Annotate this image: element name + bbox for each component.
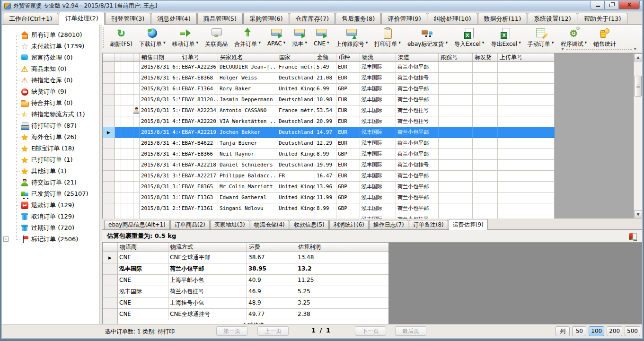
dropdown-arrow-icon[interactable]: ▼ xyxy=(283,41,286,44)
menu-tab-dispute-processing[interactable]: 纠纷处理(10) xyxy=(428,13,477,24)
freight-col-header-method[interactable]: 物流方式 xyxy=(168,243,247,252)
freight-col-header-fee[interactable]: 运费 xyxy=(247,243,296,252)
toolbar-button-download-orders[interactable]: 下载订单▼ xyxy=(136,26,169,51)
menu-tab-review-management[interactable]: 评价管理(9) xyxy=(381,13,427,24)
freight-row[interactable]: 泓丰国际荷兰小包平邮38.9513.2 xyxy=(103,263,388,275)
minimize-button[interactable] xyxy=(591,1,605,9)
freight-row[interactable]: CNE上海挂号小包48.93.25 xyxy=(103,297,388,309)
detail-tab-profit-stats[interactable]: 利润统计(6) xyxy=(329,220,369,229)
freight-row[interactable]: CNE上海平邮小包40.911.25 xyxy=(103,275,388,286)
menu-tab-listing-management[interactable]: 刊登管理(3) xyxy=(105,13,150,24)
dropdown-arrow-icon[interactable]: ▼ xyxy=(163,41,166,44)
detail-tab-logistics-warehouse[interactable]: 物流仓储(4) xyxy=(250,220,289,229)
col-header-upload[interactable]: 上传单号 xyxy=(498,53,555,62)
col-header-currency[interactable]: 币种 xyxy=(336,53,360,62)
sidebar-item-to-print[interactable]: 待打印订单 (87) xyxy=(2,120,99,131)
dropdown-arrow-icon[interactable]: ▼ xyxy=(482,41,485,44)
toolbar-button-ebay-mark-shipped[interactable]: ebay标记发货▼ xyxy=(404,26,451,51)
sidebar-item-shipped[interactable]: 已发货订单 (25107) xyxy=(2,188,99,200)
detail-tab-order-products[interactable]: 订单商品(2) xyxy=(170,220,210,229)
order-row[interactable]: ▶2015/8/31 4:46EBAY-A22219Jochen BekkerD… xyxy=(103,127,555,138)
page-size-size-500-button[interactable]: 500 xyxy=(625,326,640,336)
col-header-buyer[interactable]: 买家姓名 xyxy=(218,53,277,62)
dropdown-arrow-icon[interactable]: ▼ xyxy=(584,41,587,44)
order-row[interactable]: 2015/8/31 3:30EBAY-E8365Mr Colin Marriot… xyxy=(103,182,555,192)
last-page-button[interactable]: 最后页 xyxy=(395,326,426,336)
toolbar-button-export-excel[interactable]: 导出Excel▼ xyxy=(487,26,524,51)
order-row[interactable]: 2015/8/31 6:08EBAY-F1364Rory BakerUnited… xyxy=(103,84,555,95)
sidebar-item-to-merge[interactable]: 待合并订单 (0) xyxy=(2,97,99,109)
menu-tab-workbench[interactable]: 工作台(Ctrl+1) xyxy=(3,13,58,24)
scroll-up-button[interactable]: ▲ xyxy=(634,53,642,61)
detail-tab-payment-info[interactable]: 收款信息(5) xyxy=(290,220,329,229)
toolbar-button-print-orders[interactable]: 打印订单▼ xyxy=(371,26,404,51)
dropdown-arrow-icon[interactable]: ▼ xyxy=(196,41,199,44)
toolbar-button-hongfeng[interactable]: 泓丰▼ xyxy=(289,26,310,51)
detail-tab-freight-estimate[interactable]: 运费估算(9) xyxy=(449,219,488,230)
toolbar-button-import-excel[interactable]: 导入Excel▼ xyxy=(451,26,487,51)
order-row[interactable]: 2015/8/31 6:37EBAY-A22236DECOUDIER Jean-… xyxy=(103,62,555,73)
sidebar-item-message-pending[interactable]: 留言待处理 (0) xyxy=(2,52,99,63)
order-row[interactable]: 2015/8/31 6:28EBAY-E8368Holger WeissDeut… xyxy=(103,73,555,84)
menu-tab-data-analysis[interactable]: 数据分析(11) xyxy=(478,13,528,24)
dropdown-arrow-icon[interactable]: ▼ xyxy=(366,41,368,44)
next-page-button[interactable]: 下一页 xyxy=(355,326,386,336)
order-row[interactable]: 2015/8/31 5:59EBAY-83120...Jasmin Depper… xyxy=(103,95,555,105)
menu-tab-order-processing[interactable]: 订单处理(2) xyxy=(59,12,104,25)
dropdown-arrow-icon[interactable]: ▼ xyxy=(398,41,401,44)
close-button[interactable]: X xyxy=(619,1,640,9)
order-row[interactable]: 2015/8/31 5:47EBAY-A22234Antonio CASSANO… xyxy=(103,105,555,116)
sidebar-item-product-unknown[interactable]: 商品未知 (0) xyxy=(2,63,99,75)
freight-row[interactable]: CNECNE全球通挂号49.772.38 xyxy=(103,309,388,320)
sidebar-item-printed[interactable]: 已打印订单 (1) xyxy=(2,154,99,166)
toolbar-button-refresh[interactable]: 刷新(F5) xyxy=(106,26,136,51)
menu-tab-purchase-management[interactable]: 采购管理(6) xyxy=(243,13,289,24)
book-icon[interactable] xyxy=(628,231,638,241)
menu-tab-product-management[interactable]: 商品管理(5) xyxy=(197,13,243,24)
order-row[interactable]: 2015/8/31 3:18EBAY-F1363Edward GatheralU… xyxy=(103,192,555,203)
sidebar-item-unpaid-orders[interactable]: 未付款订单 (1739) xyxy=(2,41,99,52)
col-header-channel[interactable]: 渠道 xyxy=(396,53,439,62)
col-header-shipped[interactable]: 标发货 xyxy=(473,53,498,62)
sidebar-item-refund-orders[interactable]: 退款订单 (129) xyxy=(2,200,99,211)
menu-tab-system-settings[interactable]: 系统设置(12) xyxy=(528,13,577,24)
toolbar-overflow-caret-icon[interactable]: ▼ xyxy=(561,47,564,51)
menu-tab-message-processing[interactable]: 消息处理(4) xyxy=(151,13,196,24)
page-size-size-100-button[interactable]: 100 xyxy=(589,326,604,336)
toolbar-button-cne[interactable]: CNE▼ xyxy=(310,26,333,51)
sidebar-item-other-orders[interactable]: 其他订单 (1) xyxy=(2,166,99,177)
toolbar-overflow-caret-icon[interactable]: ▼ xyxy=(634,47,636,51)
dropdown-arrow-icon[interactable]: ▼ xyxy=(445,41,448,44)
col-header-date[interactable]: 销售日期 xyxy=(140,53,180,62)
sidebar-item-overseas-warehouse[interactable]: 海外仓订单 (26) xyxy=(2,131,99,143)
order-row[interactable]: 2015/8/31 3:53EBAY-A22217Philippe Baldac… xyxy=(103,171,555,182)
freight-row[interactable]: ▶CNECNE全球通平邮38.6713.48 xyxy=(103,252,388,263)
scrollbar-thumb[interactable] xyxy=(635,76,642,96)
col-header-country[interactable]: 国家 xyxy=(277,53,315,62)
scroll-down-button[interactable]: ▼ xyxy=(634,210,642,219)
sidebar-item-to-ship[interactable]: 待交运订单 (21) xyxy=(2,177,99,188)
order-row[interactable]: 2015/8/31 4:00EBAY-A22218Daniel Schniede… xyxy=(103,160,555,171)
sidebar-item-epacket[interactable]: E邮宝订单 (18) xyxy=(2,143,99,154)
detail-tab-ebay-product-info[interactable]: ebay商品信息(Alt+1) xyxy=(104,220,170,229)
col-header-tracking[interactable]: 跟踪号 xyxy=(439,53,473,62)
sidebar-item-all-orders[interactable]: 所有订单 (28010) xyxy=(2,29,99,41)
col-header-amount[interactable]: 金额 xyxy=(315,53,336,62)
menu-tab-warehouse-inventory[interactable]: 仓库库存(7) xyxy=(290,13,335,24)
expand-toggle-icon[interactable]: + xyxy=(3,236,9,242)
dropdown-arrow-icon[interactable]: ▼ xyxy=(552,41,554,44)
col-header-logistics[interactable]: 物流 xyxy=(360,53,396,62)
page-size-size-50-button[interactable]: 50 xyxy=(572,326,586,336)
prev-page-button[interactable]: 上一页 xyxy=(257,326,289,336)
dropdown-arrow-icon[interactable]: ▼ xyxy=(305,41,307,44)
order-row[interactable]: 2015/8/31 4:16EBAY-B4622Tanja BienerDeut… xyxy=(103,138,555,149)
toolbar-button-merge-orders[interactable]: 合并订单▼ xyxy=(231,26,264,51)
toolbar-button-manual-order[interactable]: 手动订单▼ xyxy=(524,26,557,51)
order-row[interactable]: 2015/8/31 4:53EBAY-A22220VIA Werkstätten… xyxy=(103,116,555,127)
order-row[interactable]: 泓丰国际荷兰小包挂号 xyxy=(103,214,555,219)
sidebar-item-warehouse-unassigned[interactable]: 待指定仓库 (0) xyxy=(2,75,99,86)
toolbar-button-apac[interactable]: APAC▼ xyxy=(264,26,289,51)
orders-vertical-scrollbar[interactable]: ▲ ▼ xyxy=(634,53,642,219)
detail-tab-buyer-address[interactable]: 买家地址(3) xyxy=(210,220,249,229)
sidebar-item-marked-orders[interactable]: +标记订单 (2506) xyxy=(2,234,99,245)
